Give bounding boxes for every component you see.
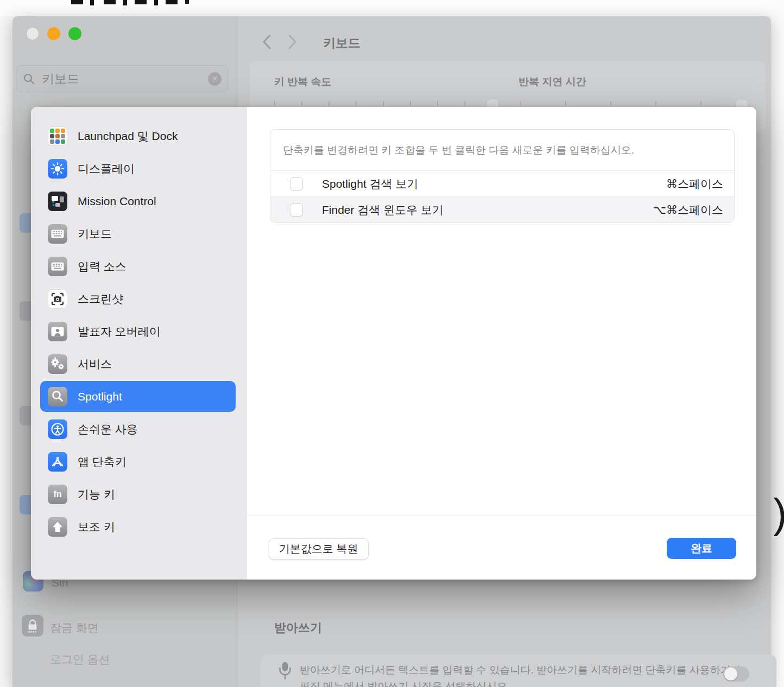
- shortcuts-panel: 단축키를 변경하려면 키 조합을 두 번 클릭한 다음 새로운 키를 입력하십시…: [247, 107, 756, 580]
- sidebar-item-display[interactable]: 디스플레이: [40, 153, 236, 184]
- function-keys-icon: fn: [48, 485, 67, 504]
- minimize-button[interactable]: [47, 27, 60, 40]
- close-button[interactable]: [26, 27, 39, 40]
- shortcut-instruction: 단축키를 변경하려면 키 조합을 두 번 클릭한 다음 새로운 키를 입력하십시…: [270, 130, 734, 170]
- sidebar-item-spotlight[interactable]: Spotlight: [40, 381, 236, 412]
- cutoff-glyph-fragment: [71, 0, 83, 4]
- sidebar-item-accessibility[interactable]: 손쉬운 사용: [40, 414, 236, 444]
- sidebar-item-app-shortcuts[interactable]: 앱 단축키: [40, 446, 236, 477]
- finder-search-checkbox[interactable]: [290, 203, 303, 217]
- search-input[interactable]: [42, 72, 208, 86]
- presenter-overlay-icon: [48, 322, 67, 341]
- shortcut-row-spotlight[interactable]: Spotlight 검색 보기 ⌘스페이스: [270, 170, 734, 196]
- spotlight-search-checkbox[interactable]: [290, 177, 303, 190]
- screenshot-icon: [48, 289, 67, 309]
- keyboard-shortcuts-sheet: Launchpad 및 Dock 디스플레이: [31, 107, 756, 580]
- background-text-artifact: ): [773, 489, 784, 537]
- back-icon[interactable]: [262, 34, 271, 52]
- repeat-delay-label: 반복 지연 시간: [519, 75, 586, 89]
- sidebar-item-lock-screen[interactable]: 잠금 화면: [50, 620, 99, 635]
- desktop-top-strip: [0, 0, 784, 16]
- shortcuts-sidebar: Launchpad 및 Dock 디스플레이: [31, 107, 247, 580]
- sidebar-item-input-sources[interactable]: 입력 소스: [40, 251, 236, 282]
- desktop-right-strip: [771, 0, 784, 687]
- dictation-heading: 받아쓰기: [274, 620, 322, 636]
- dictation-description-line1: 받아쓰기로 어디서든 텍스트를 입력할 수 있습니다. 받아쓰기를 시작하려면 …: [300, 663, 741, 677]
- toggle-knob: [724, 667, 737, 680]
- cutoff-glyph-fragment: [123, 0, 127, 5]
- footer-divider: [247, 516, 756, 516]
- input-source-icon: [48, 257, 67, 276]
- slider-ticks: [520, 101, 748, 106]
- dictation-description-line2: 편집 메뉴에서 받아쓰기 시작을 선택하십시오.: [300, 679, 510, 687]
- cutoff-glyph-fragment: [90, 0, 94, 5]
- sidebar-item-launchpad-dock[interactable]: Launchpad 및 Dock: [40, 120, 236, 151]
- sidebar-item-keyboard[interactable]: 키보드: [40, 218, 236, 249]
- dictation-card: 받아쓰기로 어디서든 텍스트를 입력할 수 있습니다. 받아쓰기를 시작하려면 …: [261, 654, 776, 687]
- restore-defaults-button[interactable]: 기본값으로 복원: [269, 538, 369, 559]
- shortcut-row-finder[interactable]: Finder 검색 윈도우 보기 ⌥⌘스페이스: [270, 196, 734, 222]
- lock-icon: [22, 615, 43, 637]
- cutoff-glyph-fragment: [185, 0, 189, 4]
- sidebar-item-screenshot[interactable]: 스크린샷: [40, 283, 236, 314]
- forward-icon[interactable]: [288, 34, 297, 52]
- modifier-keys-icon: [48, 517, 67, 537]
- window-controls: [26, 27, 81, 40]
- keyboard-icon: [48, 224, 67, 244]
- search-icon: [23, 73, 35, 85]
- sidebar-item-services[interactable]: 서비스: [40, 348, 236, 379]
- cutoff-glyph-fragment: [104, 0, 116, 4]
- settings-search-field[interactable]: ✕: [16, 65, 229, 92]
- spotlight-icon: [48, 387, 67, 406]
- sidebar-item-function-keys[interactable]: fn 기능 키: [40, 479, 236, 510]
- services-icon: [48, 354, 67, 374]
- cutoff-glyph-fragment: [154, 0, 158, 5]
- dictation-toggle[interactable]: [723, 666, 749, 682]
- shortcut-label: Finder 검색 윈도우 보기: [322, 202, 444, 218]
- mission-control-icon: [48, 192, 67, 211]
- launchpad-icon: [48, 126, 67, 146]
- slider-ticks: [274, 101, 494, 106]
- cutoff-glyph-fragment: [135, 0, 147, 4]
- zoom-button[interactable]: [68, 27, 81, 40]
- shortcut-label: Spotlight 검색 보기: [322, 176, 418, 192]
- done-button[interactable]: 완료: [667, 538, 736, 559]
- display-icon: [48, 159, 67, 179]
- clear-search-icon[interactable]: ✕: [208, 72, 222, 86]
- page-title: 키보드: [323, 35, 361, 52]
- key-repeat-label: 키 반복 속도: [274, 75, 332, 89]
- sidebar-item-login-options[interactable]: 로그인 옵션: [50, 652, 110, 667]
- app-shortcuts-icon: [48, 452, 67, 472]
- sidebar-item-presenter-overlay[interactable]: 발표자 오버레이: [40, 316, 236, 347]
- sidebar-item-modifier-keys[interactable]: 보조 키: [40, 511, 236, 542]
- microphone-icon: [278, 661, 292, 684]
- shortcut-key-combo[interactable]: ⌥⌘스페이스: [653, 202, 723, 218]
- sidebar-item-mission-control[interactable]: Mission Control: [40, 186, 236, 217]
- shortcut-key-combo[interactable]: ⌘스페이스: [666, 176, 723, 192]
- shortcut-list-card: 단축키를 변경하려면 키 조합을 두 번 클릭한 다음 새로운 키를 입력하십시…: [270, 129, 735, 223]
- cutoff-glyph-fragment: [166, 0, 178, 4]
- accessibility-icon: [48, 419, 67, 439]
